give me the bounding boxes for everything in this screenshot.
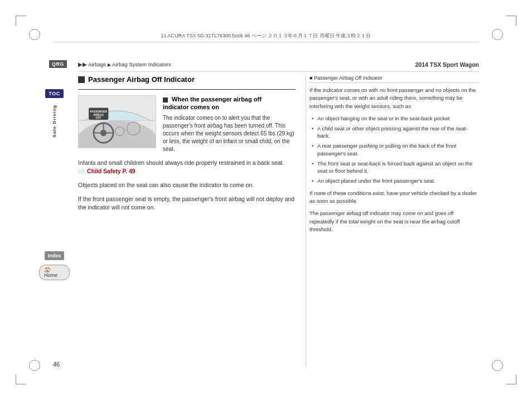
bullet-list: An object hanging on the seat or in the … [309,115,479,185]
content-body: PASSENGER AIRBAG OFF When the passenger … [78,95,296,153]
qrg-tab[interactable]: QRG [49,60,67,68]
paragraph-2-text: Objects placed on the seat can also caus… [78,182,254,188]
section-icon [78,76,85,83]
right-intro-text: If the indicator comes on with no front … [309,86,479,110]
circle-mark-tr [492,29,503,40]
safe-driving-label: Safe Driving [52,105,57,138]
dashboard-illustration: PASSENGER AIRBAG OFF [79,96,156,148]
bullet-item-3: A rear passenger pushing or pulling on t… [309,142,479,158]
toc-button[interactable]: TOC [45,89,63,98]
bullet-item-2: A child seat or other object pressing ag… [309,125,479,140]
circle-mark-tl [29,29,40,40]
instruction-text: The indicator comes on to alert you that… [163,114,296,153]
child-safety-page-num: P. 49 [123,168,136,174]
breadcrumb-item-2: Airbag System Indicators [112,61,171,67]
crop-mark-bl [16,374,26,384]
page-number: 46 [53,361,60,368]
section-header: Passenger Airbag Off Indicator [78,75,296,84]
main-content: Passenger Airbag Off Indicator [78,75,479,367]
circle-mark-bl [29,360,40,371]
file-info-text: 11 ACURA TSX 5D-31TL76300.book 46 ページ ２０… [161,33,371,38]
circle-mark-br [492,360,503,371]
crop-mark-tr [506,16,516,26]
breadcrumb-separator: ▶ [108,62,111,67]
instruction-block: When the passenger airbag offindicator c… [163,95,296,153]
book-title: 2014 TSX Sport Wagon [415,61,479,68]
instruction-title: When the passenger airbag offindicator c… [163,95,296,111]
right-column-header: ■ Passenger Airbag Off Indicator [309,75,479,83]
home-label: 🏠 Home [44,267,57,278]
breadcrumb-arrow: ▶▶ [78,61,87,67]
index-label: Index [48,253,61,258]
paragraph-2: Objects placed on the seat can also caus… [78,181,296,189]
toc-label: TOC [49,91,60,96]
bullet-item-4: The front seat or seat-back is forced ba… [309,160,479,175]
index-button[interactable]: Index [45,251,65,260]
bullet-item-5: An object placed under the front passeng… [309,177,479,185]
link-icon: 📄 [78,169,84,174]
crop-mark-tl [16,16,26,26]
right-final-text: The passenger airbag off indicator may c… [309,209,479,233]
breadcrumb: ▶▶ Airbags ▶ Airbag System Indicators [78,61,171,67]
right-column: ■ Passenger Airbag Off Indicator If the … [309,75,479,238]
left-column: Passenger Airbag Off Indicator [78,75,296,218]
svg-text:PASSENGER: PASSENGER [90,110,108,113]
left-sidebar: TOC Safe Driving Index 🏠 Home [39,89,70,280]
right-middle-text: If none of these conditions exist, have … [309,189,479,206]
paragraph-1-text: Infants and small children should always… [78,159,284,166]
section-divider [78,89,296,90]
crop-mark-br [506,374,516,384]
child-safety-link[interactable]: 📄 Child Safety P. 49 [78,168,136,174]
bullet-item-1: An object hanging on the seat or in the … [309,115,479,123]
page-container: 11 ACURA TSX 5D-31TL76300.book 46 ページ ２０… [0,0,532,400]
svg-point-3 [100,130,107,136]
file-info-bar: 11 ACURA TSX 5D-31TL76300.book 46 ページ ２０… [53,32,479,42]
paragraph-1: Infants and small children should always… [78,159,296,175]
svg-text:OFF: OFF [96,116,101,119]
bullet-icon [163,97,168,103]
child-safety-text: Child Safety [87,168,121,174]
paragraph-3-text: If the front passenger seat is empty, th… [78,196,294,211]
breadcrumb-item-1: Airbags [88,61,106,67]
home-button[interactable]: 🏠 Home [39,265,70,280]
instruction-title-text: When the passenger airbag offindicator c… [163,96,262,110]
car-image: PASSENGER AIRBAG OFF [78,95,156,148]
vertical-divider [306,75,306,367]
header-divider [78,71,479,72]
paragraph-3: If the front passenger seat is empty, th… [78,195,296,212]
section-title: Passenger Airbag Off Indicator [88,75,195,84]
